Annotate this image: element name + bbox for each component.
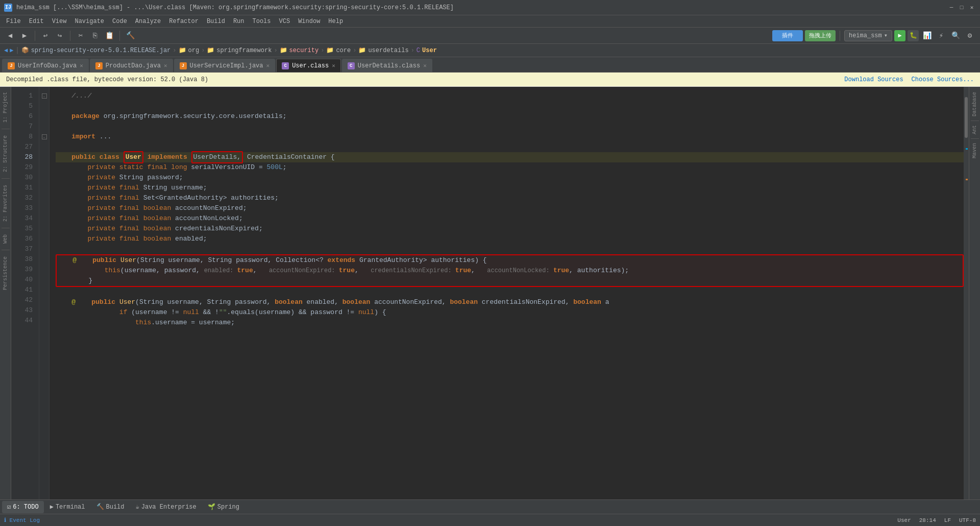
gutter-6 <box>39 111 49 122</box>
status-line-info[interactable]: User <box>897 517 911 523</box>
coverage-button[interactable]: 📊 <box>921 30 933 42</box>
ln-8: 8 <box>11 132 39 142</box>
scrollbar[interactable] <box>964 87 969 499</box>
tab-productdao[interactable]: J ProductDao.java ✕ <box>90 59 173 72</box>
sidebar-favorites-tab[interactable]: 2: Favorites <box>1 182 10 225</box>
breadcrumb-userdetails[interactable]: userdetails <box>368 47 408 54</box>
kw-final-32: final <box>119 193 139 203</box>
copy-button[interactable]: ⎘ <box>89 30 101 42</box>
tab-userinfodao[interactable]: J UserInfoDao.java ✕ <box>2 59 89 72</box>
fold-1[interactable]: - <box>42 93 47 99</box>
tab-user-class[interactable]: C User.class ✕ <box>276 59 341 72</box>
menu-analyze[interactable]: Analyze <box>131 15 165 28</box>
settings-button[interactable]: ⚙ <box>964 30 976 42</box>
sidebar-web-tab[interactable]: Web <box>1 231 10 247</box>
annotation-42: @ <box>71 297 76 307</box>
choose-sources-link[interactable]: Choose Sources... <box>912 76 974 83</box>
run-config-selector[interactable]: heima_ssm ▾ <box>844 30 892 41</box>
todo-tab[interactable]: ☑ 6: TODO <box>2 501 44 513</box>
gutter-28 <box>39 152 49 162</box>
event-log-link[interactable]: ℹ Event Log <box>4 517 40 523</box>
terminal-tab[interactable]: ▶ Terminal <box>45 501 90 513</box>
menu-edit[interactable]: Edit <box>25 15 48 28</box>
menu-run[interactable]: Run <box>229 15 249 28</box>
close-button[interactable]: ✕ <box>968 4 976 12</box>
paste-button[interactable]: 📋 <box>103 30 115 42</box>
status-position[interactable]: 28:14 <box>919 517 936 523</box>
status-line-ending[interactable]: LF <box>944 517 951 523</box>
ln-28: 28 <box>11 152 39 162</box>
tab-label-2: UserServiceImpl.java <box>190 62 263 69</box>
menu-code[interactable]: Code <box>108 15 131 28</box>
run-button[interactable]: ▶ <box>894 30 905 41</box>
breadcrumb-back-icon[interactable]: ◀ <box>4 46 8 54</box>
tab-close-3[interactable]: ✕ <box>332 62 335 69</box>
window-controls[interactable]: ─ □ ✕ <box>947 4 976 12</box>
tab-close-2[interactable]: ✕ <box>266 62 270 69</box>
profile-button[interactable]: ⚡ <box>935 30 947 42</box>
fold-8[interactable]: - <box>42 134 47 139</box>
sidebar-structure-tab[interactable]: 2: Structure <box>1 132 10 175</box>
code-line-27 <box>56 142 964 152</box>
breadcrumb-org[interactable]: org <box>188 47 200 54</box>
kw-final-35: final <box>119 224 139 234</box>
menu-window[interactable]: Window <box>294 15 324 28</box>
menu-file[interactable]: File <box>2 15 25 28</box>
build-button[interactable]: 🔨 <box>124 30 136 42</box>
undo-button[interactable]: ↩ <box>39 30 52 42</box>
tab-close-1[interactable]: ✕ <box>164 62 167 69</box>
spring-tab[interactable]: 🌱 Spring <box>203 501 244 513</box>
cut-button[interactable]: ✂ <box>75 30 87 42</box>
menu-refactor[interactable]: Refactor <box>165 15 203 28</box>
ln-37: 37 <box>11 244 39 254</box>
forward-button[interactable]: ▶ <box>18 30 31 42</box>
download-sources-link[interactable]: Download Sources <box>844 76 903 83</box>
redo-button[interactable]: ↪ <box>54 30 66 42</box>
menu-help[interactable]: Help <box>324 15 347 28</box>
status-encoding[interactable]: UTF-8 <box>959 517 976 523</box>
menu-bar: File Edit View Navigate Code Analyze Ref… <box>0 15 980 28</box>
tab-userserviceimpl[interactable]: J UserServiceImpl.java ✕ <box>174 59 276 72</box>
status-position-value: 28:14 <box>919 517 936 523</box>
menu-navigate[interactable]: Navigate <box>70 15 108 28</box>
scrollbar-thumb[interactable] <box>965 97 968 138</box>
kw-public-42: public <box>91 297 115 307</box>
java-enterprise-tab[interactable]: ☕ Java Enterprise <box>131 501 202 513</box>
back-button[interactable]: ◀ <box>4 30 16 42</box>
minimize-button[interactable]: ─ <box>947 4 955 12</box>
sidebar-database-tab[interactable]: Database <box>970 89 979 119</box>
sidebar-ant-tab[interactable]: Ant <box>970 122 979 137</box>
breadcrumb-user[interactable]: User <box>422 47 437 54</box>
right-sep-1 <box>971 121 979 121</box>
hint-accountNonLocked: accountNonLocked: <box>487 266 553 276</box>
debug-button[interactable]: 🐛 <box>908 30 919 41</box>
plugin-button[interactable]: 插件 <box>772 30 803 41</box>
build-icon: 🔨 <box>96 503 104 511</box>
upload-button[interactable]: 拖拽上传 <box>805 30 836 41</box>
breadcrumb-springframework[interactable]: springframework <box>216 47 272 54</box>
sidebar-persistence-tab[interactable]: Persistence <box>1 253 10 293</box>
menu-tools[interactable]: Tools <box>249 15 275 28</box>
breadcrumb-jar[interactable]: spring-security-core-5.0.1.RELEASE.jar <box>31 47 171 54</box>
kw-this-39: this <box>105 266 120 276</box>
breadcrumb-security[interactable]: security <box>289 47 319 54</box>
build-tab[interactable]: 🔨 Build <box>91 501 130 513</box>
right-sidebar: Database Ant Maven <box>969 87 980 499</box>
tab-close-0[interactable]: ✕ <box>80 62 83 69</box>
menu-view[interactable]: View <box>48 15 71 28</box>
breadcrumb-core[interactable]: core <box>336 47 351 54</box>
kw-final-36: final <box>119 234 139 244</box>
sidebar-maven-tab[interactable]: Maven <box>970 140 979 161</box>
gutter-40 <box>39 275 49 285</box>
ln-6: 6 <box>11 111 39 122</box>
maximize-button[interactable]: □ <box>958 4 966 12</box>
search-everywhere-button[interactable]: 🔍 <box>949 30 962 42</box>
menu-build[interactable]: Build <box>203 15 229 28</box>
tab-close-4[interactable]: ✕ <box>423 62 427 69</box>
sidebar-project-tab[interactable]: 1: Project <box>1 89 10 126</box>
gutter-31 <box>39 183 49 193</box>
tab-userdetails-class[interactable]: C UserDetails.class ✕ <box>342 59 432 72</box>
kw-private-30: private <box>87 173 115 183</box>
menu-vcs[interactable]: VCS <box>275 15 295 28</box>
breadcrumb-forward-icon[interactable]: ▶ <box>10 46 13 54</box>
